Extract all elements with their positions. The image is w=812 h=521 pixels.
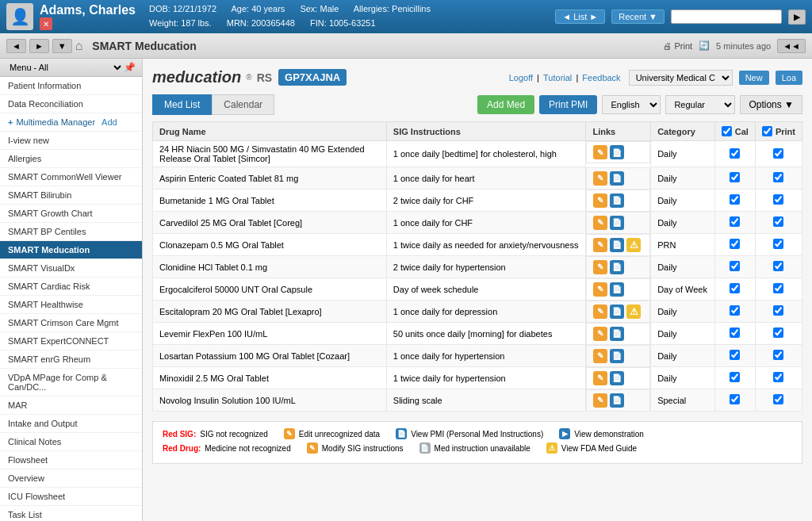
sidebar-item-tasks[interactable]: Task List bbox=[0, 506, 142, 521]
institution-select[interactable]: University Medical C bbox=[629, 70, 733, 86]
edit-link-icon[interactable]: ✎ bbox=[593, 282, 607, 297]
cal-checkbox[interactable] bbox=[730, 172, 740, 182]
edit-link-icon[interactable]: ✎ bbox=[593, 327, 607, 341]
pmi-link-icon[interactable]: 📄 bbox=[610, 171, 624, 186]
load-button[interactable]: Loa bbox=[776, 71, 802, 85]
pmi-link-icon[interactable]: 📄 bbox=[610, 327, 624, 341]
sidebar-item-overview[interactable]: Overview bbox=[0, 469, 142, 488]
sidebar-item-growth[interactable]: SMART Growth Chart bbox=[0, 205, 142, 223]
sidebar-item-bilirubin[interactable]: SMART Bilirubin bbox=[0, 186, 142, 205]
edit-link-icon[interactable]: ✎ bbox=[593, 260, 607, 274]
sidebar-item-intake[interactable]: Intake and Output bbox=[0, 415, 142, 433]
edit-link-icon[interactable]: ✎ bbox=[593, 216, 607, 230]
feedback-link[interactable]: Feedback bbox=[582, 73, 620, 82]
pmi-link-icon[interactable]: 📄 bbox=[610, 282, 624, 297]
print-checkbox[interactable] bbox=[773, 194, 783, 205]
cal-checkbox[interactable] bbox=[730, 305, 740, 316]
sidebar-item-icu[interactable]: ICU Flowsheet bbox=[0, 488, 142, 506]
sidebar-item-rheum[interactable]: SMART enrG Rheum bbox=[0, 351, 142, 369]
warning-icon[interactable]: ⚠ bbox=[626, 305, 641, 319]
cal-checkbox[interactable] bbox=[730, 194, 740, 205]
print-checkbox[interactable] bbox=[773, 239, 783, 249]
collapse-button[interactable]: ◄◄ bbox=[777, 39, 806, 53]
nav-back-button[interactable]: ◄ bbox=[6, 39, 26, 53]
nav-forward-button[interactable]: ► bbox=[29, 39, 49, 53]
close-patient-button[interactable]: ✕ bbox=[40, 17, 52, 30]
cal-checkbox[interactable] bbox=[730, 239, 740, 249]
edit-link-icon[interactable]: ✎ bbox=[593, 145, 607, 159]
sidebar-item-flowsheet[interactable]: Flowsheet bbox=[0, 451, 142, 469]
options-button[interactable]: Options ▼ bbox=[740, 95, 802, 114]
edit-link-icon[interactable]: ✎ bbox=[593, 393, 607, 408]
sidebar-item-bp[interactable]: SMART BP Centiles bbox=[0, 223, 142, 241]
pmi-link-icon[interactable]: 📄 bbox=[610, 145, 624, 159]
logoff-link[interactable]: Logoff bbox=[509, 73, 533, 82]
pmi-link-icon[interactable]: 📄 bbox=[610, 305, 624, 319]
print-checkbox[interactable] bbox=[773, 148, 783, 159]
cal-checkbox[interactable] bbox=[730, 328, 740, 338]
sidebar-item-cardiac[interactable]: SMART Cardiac Risk bbox=[0, 278, 142, 296]
pmi-link-icon[interactable]: 📄 bbox=[610, 371, 624, 385]
print-checkbox[interactable] bbox=[773, 372, 783, 382]
print-all-checkbox[interactable] bbox=[762, 126, 772, 136]
sidebar-item-patient-info[interactable]: Patient Information bbox=[0, 77, 142, 95]
add-med-button[interactable]: Add Med bbox=[477, 95, 534, 114]
tab-med-list[interactable]: Med List bbox=[152, 94, 212, 115]
cal-all-checkbox[interactable] bbox=[722, 126, 732, 136]
cal-checkbox[interactable] bbox=[730, 372, 740, 382]
home-icon[interactable]: ⌂ bbox=[75, 39, 83, 53]
pmi-link-icon[interactable]: 📄 bbox=[610, 349, 624, 363]
cal-checkbox[interactable] bbox=[730, 283, 740, 293]
cal-checkbox[interactable] bbox=[730, 148, 740, 159]
pmi-link-icon[interactable]: 📄 bbox=[610, 238, 624, 252]
sidebar-item-healthwise[interactable]: SMART Healthwise bbox=[0, 296, 142, 314]
tab-calendar[interactable]: Calendar bbox=[212, 94, 274, 115]
pmi-link-icon[interactable]: 📄 bbox=[610, 260, 624, 274]
tutorial-link[interactable]: Tutorial bbox=[543, 73, 572, 82]
print-checkbox[interactable] bbox=[773, 350, 783, 360]
edit-link-icon[interactable]: ✎ bbox=[593, 305, 607, 319]
print-checkbox[interactable] bbox=[773, 261, 783, 271]
sidebar-menu-select[interactable]: Menu - All bbox=[6, 62, 124, 73]
format-select[interactable]: Regular Large Print bbox=[665, 95, 735, 114]
search-input[interactable] bbox=[671, 10, 782, 24]
search-go-button[interactable]: ▶ bbox=[788, 10, 806, 25]
sidebar-item-mar[interactable]: MAR bbox=[0, 396, 142, 415]
language-select[interactable]: English Spanish French bbox=[602, 95, 661, 114]
new-button[interactable]: New bbox=[739, 71, 769, 85]
edit-link-icon[interactable]: ✎ bbox=[593, 171, 607, 186]
edit-link-icon[interactable]: ✎ bbox=[593, 371, 607, 385]
edit-link-icon[interactable]: ✎ bbox=[593, 193, 607, 208]
recent-button[interactable]: Recent ▼ bbox=[611, 10, 665, 24]
list-button[interactable]: ◄ List ► bbox=[555, 10, 605, 24]
print-checkbox[interactable] bbox=[773, 216, 783, 227]
sidebar-item-visualdx[interactable]: SMART VisualDx bbox=[0, 259, 142, 278]
cal-checkbox[interactable] bbox=[730, 216, 740, 227]
print-checkbox[interactable] bbox=[773, 394, 783, 404]
print-checkbox[interactable] bbox=[773, 305, 783, 316]
sidebar-item-data-recon[interactable]: Data Reconciliation bbox=[0, 95, 142, 113]
sidebar-item-iview[interactable]: I-view new bbox=[0, 132, 142, 150]
sidebar-item-expert[interactable]: SMART ExpertCONNECT bbox=[0, 332, 142, 351]
print-checkbox[interactable] bbox=[773, 172, 783, 182]
sidebar-item-crimson[interactable]: SMART Crimson Care Mgmt bbox=[0, 314, 142, 332]
nav-menu-button[interactable]: ▼ bbox=[52, 39, 72, 53]
sidebar-item-meducation[interactable]: SMART Meducation bbox=[0, 241, 142, 259]
edit-link-icon[interactable]: ✎ bbox=[593, 238, 607, 252]
pmi-link-icon[interactable]: 📄 bbox=[610, 216, 624, 230]
print-checkbox[interactable] bbox=[773, 283, 783, 293]
cal-checkbox[interactable] bbox=[730, 350, 740, 360]
cal-checkbox[interactable] bbox=[730, 394, 740, 404]
sidebar-item-clinical[interactable]: Clinical Notes bbox=[0, 433, 142, 451]
print-pmi-button[interactable]: Print PMI bbox=[539, 95, 597, 114]
pmi-link-icon[interactable]: 📄 bbox=[610, 393, 624, 408]
print-button[interactable]: 🖨 Print bbox=[663, 41, 692, 51]
pmi-link-icon[interactable]: 📄 bbox=[610, 193, 624, 208]
warning-icon[interactable]: ⚠ bbox=[626, 238, 641, 252]
sidebar-item-allergies[interactable]: Allergies bbox=[0, 150, 142, 168]
print-checkbox[interactable] bbox=[773, 328, 783, 338]
cal-checkbox[interactable] bbox=[730, 261, 740, 271]
edit-link-icon[interactable]: ✎ bbox=[593, 349, 607, 363]
sidebar-item-commonwell[interactable]: SMART CommonWell Viewer bbox=[0, 168, 142, 186]
sidebar-item-vdpa[interactable]: VDpA MPage for Comp & Can/DC... bbox=[0, 369, 142, 396]
